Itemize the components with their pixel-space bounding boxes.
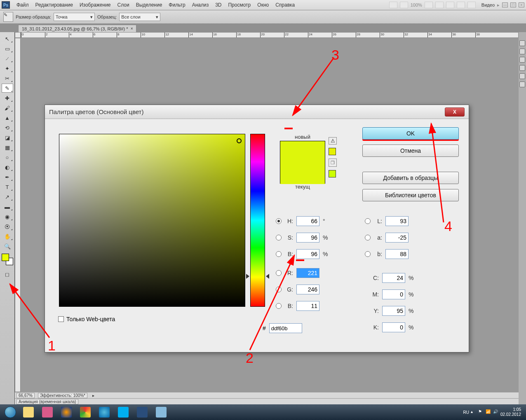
annotation-2: 2: [246, 350, 254, 366]
windows-taskbar: RU ▴ ⚑ 📶 🔊 1:05 02.02.2012: [0, 404, 526, 420]
tray-time: 1:05: [500, 407, 521, 412]
tray-flag-icon[interactable]: ⚑: [478, 409, 484, 415]
taskbar-skype[interactable]: [115, 406, 132, 418]
annotation-overlay: [0, 0, 526, 420]
tray-network-icon[interactable]: 📶: [486, 409, 491, 415]
svg-line-0: [10, 284, 49, 338]
annotation-3: 3: [331, 47, 339, 63]
taskbar-chrome[interactable]: [77, 406, 94, 418]
svg-line-5: [431, 124, 444, 222]
tray-expand-icon[interactable]: ▴: [471, 409, 477, 415]
taskbar-firefox[interactable]: [58, 406, 75, 418]
tray-lang[interactable]: RU: [463, 410, 469, 415]
taskbar-ie[interactable]: [96, 406, 113, 418]
taskbar-explorer[interactable]: [20, 406, 37, 418]
tray-clock[interactable]: 1:05 02.02.2012: [500, 407, 521, 417]
svg-line-1: [250, 255, 294, 350]
start-button[interactable]: [2, 406, 19, 419]
system-tray: RU ▴ ⚑ 📶 🔊 1:05 02.02.2012: [463, 407, 524, 417]
taskbar-photoshop[interactable]: [134, 406, 151, 418]
annotation-4: 4: [444, 218, 452, 234]
annotation-1: 1: [48, 338, 56, 354]
tray-volume-icon[interactable]: 🔊: [493, 409, 499, 415]
svg-line-2: [293, 58, 334, 115]
taskbar-app[interactable]: [39, 406, 56, 418]
tray-date: 02.02.2012: [500, 412, 521, 417]
taskbar-pictures[interactable]: [153, 406, 170, 418]
